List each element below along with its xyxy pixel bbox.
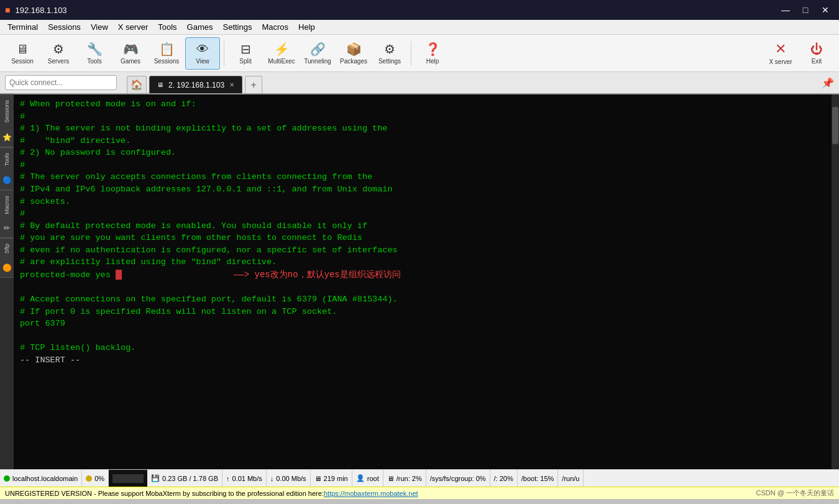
menu-terminal[interactable]: Terminal [2, 21, 43, 33]
menu-settings[interactable]: Settings [218, 21, 257, 33]
status-boot-text: /boot: 15% [521, 475, 554, 482]
maximize-button[interactable]: □ [797, 4, 814, 16]
terminal-line-16 [20, 281, 825, 293]
menu-games[interactable]: Games [182, 21, 218, 33]
help-button[interactable]: ❓ Help [415, 37, 450, 70]
upload-icon: ↑ [226, 475, 230, 482]
multiexec-icon: ⚡ [274, 42, 290, 57]
games-button[interactable]: 🎮 Games [113, 37, 148, 70]
close-button[interactable]: ✕ [817, 4, 834, 16]
quick-connect-input[interactable] [5, 75, 117, 90]
status-root: /: 20% [490, 470, 518, 487]
terminal-line-7: # The server only accepts connections fr… [20, 171, 825, 183]
side-tab-pen[interactable]: ✏ [0, 219, 14, 238]
xserver-label: X server [769, 58, 792, 65]
terminal-line-22: -- INSERT -- [20, 354, 825, 367]
view-icon: 👁 [196, 42, 209, 57]
xserver-icon: ✕ [775, 41, 786, 57]
status-upload: ↑ 0.01 Mb/s [222, 470, 267, 487]
session-button[interactable]: 🖥 Session [5, 37, 40, 70]
tab-close-button[interactable]: ✕ [229, 81, 234, 88]
status-root-text: /: 20% [494, 475, 513, 482]
menu-xserver[interactable]: X server [113, 21, 153, 33]
status-time-text: 219 min [324, 475, 348, 482]
exit-button[interactable]: ⏻ Exit [799, 37, 834, 70]
view-label: View [196, 58, 209, 65]
xserver-button[interactable]: ✕ X server [763, 37, 798, 70]
servers-icon: ⚙ [53, 42, 64, 57]
view-button[interactable]: 👁 View [185, 37, 220, 70]
side-tab-blue[interactable]: 🔵 [0, 171, 14, 190]
minimize-button[interactable]: — [777, 4, 794, 16]
session-icon: 🖥 [16, 42, 29, 57]
menu-tools[interactable]: Tools [153, 21, 181, 33]
terminal-line-18: # If port 0 is specified Redis will not … [20, 306, 825, 318]
toolbar-separator-1 [224, 41, 224, 66]
side-tab-sftp[interactable]: Sftp [0, 238, 14, 259]
split-icon: ⊟ [241, 42, 251, 57]
games-label: Games [121, 58, 140, 65]
tunneling-button[interactable]: 🔗 Tunneling [300, 37, 335, 70]
tools-icon: 🔧 [87, 42, 103, 57]
scrollbar-thumb[interactable] [832, 107, 838, 144]
status-run: 🖥 /run: 2% [383, 470, 426, 487]
packages-icon: 📦 [346, 42, 362, 57]
settings-button[interactable]: ⚙ Settings [372, 37, 407, 70]
pin-icon: 📌 [822, 77, 834, 89]
terminal[interactable]: # When protected mode is on and if: # # … [14, 94, 832, 469]
tunneling-label: Tunneling [304, 58, 331, 65]
status-dot-yellow [86, 475, 92, 482]
menu-help[interactable]: Help [293, 21, 320, 33]
toolbar-separator-2 [411, 41, 411, 66]
sessions-button[interactable]: 📋 Sessions [149, 37, 184, 70]
menu-view[interactable]: View [86, 21, 113, 33]
side-tab-tools[interactable]: Tools [0, 147, 14, 171]
terminal-line-10: # [20, 208, 825, 220]
status-hostname: localhost.localdomain [0, 470, 82, 487]
terminal-line-3: # 1) The server is not binding explicitl… [20, 122, 825, 135]
status-time: 🖥 219 min [311, 470, 352, 487]
terminal-line-2: # [20, 111, 825, 123]
games-icon: 🎮 [123, 42, 139, 57]
status-memory-text: 0.23 GB / 1.78 GB [162, 475, 218, 482]
menu-sessions[interactable]: Sessions [43, 21, 86, 33]
title-bar-icon: ■ [5, 5, 10, 15]
terminal-line-11: # By default protected mode is enabled. … [20, 220, 825, 232]
servers-button[interactable]: ⚙ Servers [41, 37, 76, 70]
title-bar-title: 192.168.1.103 [15, 6, 772, 15]
packages-button[interactable]: 📦 Packages [336, 37, 371, 70]
servers-label: Servers [48, 58, 69, 65]
split-button[interactable]: ⊟ Split [228, 37, 263, 70]
status-dot-green [4, 475, 10, 482]
terminal-line-4: # "bind" directive. [20, 135, 825, 147]
annotation-arrow-inline: ——> yes改为no，默认yes是组织远程访问 [234, 270, 401, 280]
side-tab-macros[interactable]: Macros [0, 190, 14, 219]
terminal-line-15: protected-mode yes ——> yes改为no，默认yes是组织远… [20, 268, 825, 282]
settings-label: Settings [378, 58, 401, 65]
status-user: 👤 root [352, 470, 383, 487]
add-tab-button[interactable]: + [245, 76, 262, 93]
side-tab-sessions[interactable]: Sessions [0, 94, 14, 128]
multiexec-button[interactable]: ⚡ MultiExec [264, 37, 299, 70]
scrollbar[interactable] [832, 94, 839, 469]
side-panel: Sessions ⭐ Tools 🔵 Macros ✏ Sftp 🟠 [0, 94, 14, 469]
tools-button[interactable]: 🔧 Tools [77, 37, 112, 70]
tab-label: 2. 192.168.1.103 [168, 81, 224, 89]
status-user-text: root [367, 475, 379, 482]
menu-macros[interactable]: Macros [257, 21, 293, 33]
time-icon: 🖥 [314, 475, 321, 482]
exit-label: Exit [812, 58, 822, 65]
status-run-u-text: /run/u [562, 475, 579, 482]
status-cgroup: /sys/fs/cgroup: 0% [426, 470, 490, 487]
home-button[interactable]: 🏠 [127, 76, 147, 93]
side-tab-star[interactable]: ⭐ [0, 128, 14, 147]
user-icon: 👤 [356, 474, 365, 482]
side-tab-orange[interactable]: 🟠 [0, 259, 14, 278]
promo-link[interactable]: https://mobaxterm.mobatek.net [324, 490, 418, 497]
menu-bar: Terminal Sessions View X server Tools Ga… [0, 20, 839, 35]
terminal-line-8: # IPv4 and IPv6 loopback addresses 127.0… [20, 183, 825, 196]
promo-bar: UNREGISTERED VERSION - Please support Mo… [0, 487, 839, 499]
status-download-text: 0.00 Mb/s [276, 475, 306, 482]
tab-192[interactable]: 🖥 2. 192.168.1.103 ✕ [149, 76, 242, 93]
cursor [116, 270, 122, 280]
